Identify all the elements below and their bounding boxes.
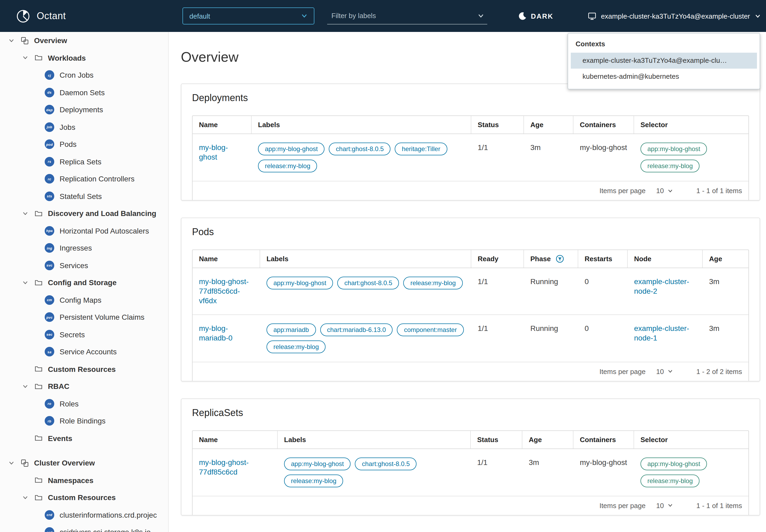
namespace-dropdown[interactable]: default: [182, 7, 314, 24]
sidebar-item-cluster-overview[interactable]: Cluster Overview: [0, 454, 168, 472]
chevron-down-icon[interactable]: [21, 280, 29, 286]
label-pill[interactable]: chart:ghost-8.0.5: [329, 143, 391, 155]
label-pill[interactable]: release:my-blog: [267, 340, 326, 353]
column-header: Age: [703, 250, 748, 268]
context-value: example-cluster-ka3TuTzYo4a@example-clus…: [601, 12, 750, 20]
sidebar-item-replica-sets[interactable]: rs Replica Sets: [0, 153, 168, 170]
folder-icon: [34, 435, 43, 442]
label-pill[interactable]: chart:ghost-8.0.5: [338, 277, 399, 289]
label-pill[interactable]: release:my-blog: [284, 474, 343, 487]
sidebar-item-config-maps[interactable]: cm Config Maps: [0, 291, 168, 309]
sidebar-item-roles[interactable]: ro Roles: [0, 395, 168, 412]
replicaset-name-link[interactable]: my-blog-ghost-77df85c6cd: [199, 458, 249, 476]
column-header: Labels: [252, 116, 471, 134]
sidebar-item-ingresses[interactable]: ing Ingresses: [0, 239, 168, 257]
sidebar-group-namespaces[interactable]: Namespaces: [0, 472, 168, 489]
sidebar-item-secrets[interactable]: sec Secrets: [0, 326, 168, 343]
chevron-down-icon: [668, 503, 673, 508]
sidebar-group-cluster-custom-resources[interactable]: Custom Resources: [0, 489, 168, 506]
context-selector[interactable]: example-cluster-ka3TuTzYo4a@example-clus…: [588, 0, 761, 32]
statefulset-icon: sts: [45, 192, 54, 201]
sidebar-item-role-bindings[interactable]: rb Role Bindings: [0, 412, 168, 430]
label-pill[interactable]: release:my-blog: [403, 277, 463, 289]
node-link[interactable]: example-cluster-node-1: [634, 324, 689, 342]
folder-icon: [34, 383, 43, 390]
selector-pill[interactable]: app:my-blog-ghost: [640, 143, 707, 155]
ready-cell: 1/1: [471, 315, 524, 361]
chevron-down-icon[interactable]: [21, 55, 29, 61]
items-per-page-label: Items per page: [600, 187, 646, 195]
sidebar-item-deployments[interactable]: dep Deployments: [0, 101, 168, 118]
sidebar-item-services[interactable]: svc Services: [0, 257, 168, 274]
items-per-page-select[interactable]: 10: [656, 501, 673, 509]
sidebar-item-pods[interactable]: pod Pods: [0, 136, 168, 153]
column-header: Labels: [278, 431, 471, 448]
chevron-down-icon[interactable]: [21, 211, 29, 217]
sidebar-item-clusterinformations[interactable]: crd clusterinformations.crd.projec: [0, 506, 168, 523]
chevron-down-icon[interactable]: [21, 384, 29, 389]
chevron-down-icon[interactable]: [7, 38, 15, 44]
context-menu-item-selected[interactable]: example-cluster-ka3TuTzYo4a@example-clu…: [571, 53, 757, 69]
moon-icon: [518, 12, 527, 20]
sidebar-item-persistent-volume-claims[interactable]: pvc Persistent Volume Claims: [0, 309, 168, 326]
column-header: Node: [628, 250, 703, 268]
items-per-page-select[interactable]: 10: [656, 367, 673, 375]
label-pill[interactable]: chart:ghost-8.0.5: [355, 457, 417, 470]
crd-icon: crd: [45, 527, 54, 532]
label-pill[interactable]: app:my-blog-ghost: [258, 143, 325, 155]
selector-pill[interactable]: release:my-blog: [640, 160, 700, 172]
label-pill[interactable]: component:master: [397, 323, 464, 336]
sidebar-item-jobs[interactable]: job Jobs: [0, 118, 168, 136]
replicationcontroller-icon: rc: [45, 174, 54, 184]
sidebar-item-horizontal-pod-autoscalers[interactable]: hpa Horizontal Pod Autoscalers: [0, 222, 168, 239]
theme-toggle[interactable]: DARK: [518, 0, 553, 32]
rolebinding-icon: rb: [45, 416, 54, 426]
sidebar-group-workloads[interactable]: Workloads: [0, 49, 168, 67]
label-pill[interactable]: release:my-blog: [258, 160, 317, 172]
folder-icon: [34, 55, 43, 61]
chevron-down-icon[interactable]: [7, 460, 15, 466]
context-menu-item[interactable]: kubernetes-admin@kubernetes: [571, 69, 757, 85]
status-cell: 1/1: [471, 449, 522, 496]
selector-pill[interactable]: app:my-blog-ghost: [640, 457, 707, 470]
sidebar-item-csidrivers[interactable]: crd csidrivers.csi.storage.k8s.io: [0, 523, 168, 532]
sidebar-group-rbac[interactable]: RBAC: [0, 378, 168, 395]
label-pill[interactable]: heritage:Tiller: [395, 143, 447, 155]
sidebar-group-events[interactable]: Events: [0, 430, 168, 447]
sidebar-item-replication-controllers[interactable]: rc Replication Controllers: [0, 170, 168, 188]
folder-icon: [34, 494, 43, 501]
label-pill[interactable]: app:my-blog-ghost: [267, 277, 333, 289]
sidebar-item-daemon-sets[interactable]: ds Daemon Sets: [0, 84, 168, 101]
contexts-dropdown-menu: Contexts example-cluster-ka3TuTzYo4a@exa…: [568, 33, 760, 89]
cronjob-icon: cj: [45, 70, 54, 80]
column-header: Name: [193, 431, 278, 448]
deployment-name-link[interactable]: my-blog-ghost: [199, 143, 228, 161]
chevron-down-icon[interactable]: [21, 495, 29, 501]
column-header: Ready: [471, 250, 524, 268]
label-filter-input[interactable]: [330, 11, 469, 20]
label-pill[interactable]: chart:mariadb-6.13.0: [320, 323, 393, 336]
column-header: Containers: [573, 431, 634, 448]
label-pill[interactable]: app:mariadb: [267, 323, 316, 336]
sidebar-group-config-and-storage[interactable]: Config and Storage: [0, 274, 168, 291]
sidebar-item-service-accounts[interactable]: sa Service Accounts: [0, 343, 168, 360]
label-pill[interactable]: app:my-blog-ghost: [284, 457, 351, 470]
node-link[interactable]: example-cluster-node-2: [634, 277, 689, 295]
contexts-menu-title: Contexts: [568, 34, 760, 53]
items-per-page-label: Items per page: [600, 501, 646, 509]
sidebar-group-discovery-and-load-balancing[interactable]: Discovery and Load Balancing: [0, 205, 168, 222]
app-title: Octant: [37, 10, 66, 22]
age-cell: 3m: [524, 134, 573, 181]
sidebar-group-custom-resources[interactable]: Custom Resources: [0, 360, 168, 378]
folder-icon: [34, 366, 43, 373]
sidebar-item-stateful-sets[interactable]: sts Stateful Sets: [0, 188, 168, 205]
octant-brand: Octant: [16, 0, 66, 32]
sidebar-item-overview[interactable]: Overview: [0, 32, 168, 49]
pod-name-link[interactable]: my-blog-ghost-77df85c6cd-vf6dx: [199, 277, 249, 305]
phase-cell: Running: [524, 315, 578, 361]
selector-pill[interactable]: release:my-blog: [640, 474, 700, 487]
items-per-page-select[interactable]: 10: [656, 187, 673, 195]
pod-name-link[interactable]: my-blog-mariadb-0: [199, 324, 232, 342]
sidebar-item-cron-jobs[interactable]: cj Cron Jobs: [0, 67, 168, 84]
phase-filter-icon[interactable]: [556, 255, 564, 263]
